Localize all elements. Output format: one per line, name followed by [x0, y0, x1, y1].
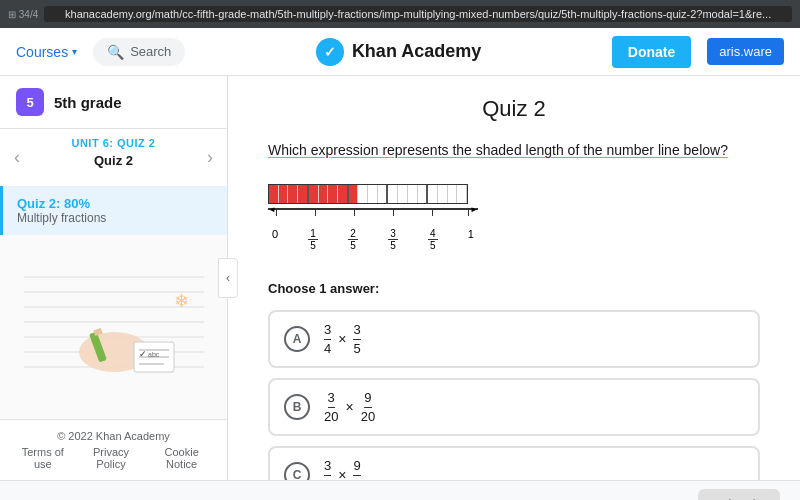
bar-seg-10 — [358, 185, 368, 203]
bar-seg-13 — [388, 185, 398, 203]
browser-bar: ⊞ 34/4 khanacademy.org/math/cc-fifth-gra… — [0, 0, 800, 28]
number-line: ◄ ► 0 15 25 35 45 1 — [268, 174, 760, 261]
sidebar: 5 5th grade ‹ UNIT 6: QUIZ 2 Quiz 2 › Qu… — [0, 76, 228, 480]
bar-seg-18 — [438, 185, 448, 203]
bar-seg-12 — [378, 185, 389, 203]
site-logo: ✓ Khan Academy — [316, 38, 481, 66]
bar-seg-8 — [338, 185, 349, 203]
option-c-math: 34 × 94 — [324, 458, 361, 480]
svg-text:✓: ✓ — [139, 349, 147, 359]
terms-link[interactable]: Terms of use — [14, 446, 72, 470]
frac-a-1: 34 — [324, 322, 331, 356]
content-area: Quiz 2 Which expression represents the s… — [228, 76, 800, 480]
sidebar-nav: ‹ UNIT 6: QUIZ 2 Quiz 2 › — [0, 129, 227, 186]
active-item-title: Quiz 2: 80% — [17, 196, 213, 211]
logo-icon: ✓ — [316, 38, 344, 66]
bar-seg-6 — [319, 185, 329, 203]
url-bar[interactable]: khanacademy.org/math/cc-fifth-grade-math… — [44, 6, 792, 22]
tick-5 — [468, 208, 469, 216]
answer-option-b[interactable]: B 320 × 920 — [268, 378, 760, 436]
bar-seg-17 — [428, 185, 438, 203]
privacy-link[interactable]: Privacy Policy — [80, 446, 143, 470]
bar-seg-16 — [418, 185, 429, 203]
user-badge[interactable]: aris.ware — [707, 38, 784, 65]
bar-seg-5 — [309, 185, 319, 203]
number-line-bar — [268, 184, 468, 204]
sidebar-footer: © 2022 Khan Academy Terms of use Privacy… — [0, 419, 227, 480]
bar-seg-20 — [457, 185, 467, 203]
frac-a-2: 35 — [353, 322, 360, 356]
courses-menu[interactable]: Courses ▾ — [16, 44, 77, 60]
times-b: × — [345, 399, 353, 415]
bar-seg-4 — [298, 185, 309, 203]
chevron-down-icon: ▾ — [72, 46, 77, 57]
main-layout: 5 5th grade ‹ UNIT 6: QUIZ 2 Quiz 2 › Qu… — [0, 76, 800, 480]
bar-seg-7 — [328, 185, 338, 203]
frac-b-1: 320 — [324, 390, 338, 424]
nl-label-1: 15 — [308, 228, 318, 251]
nl-label-2: 25 — [348, 228, 358, 251]
times-a: × — [338, 331, 346, 347]
progress-area: 4 of 5 Check — [583, 489, 780, 501]
check-button[interactable]: Check — [698, 489, 780, 501]
sidebar-header: 5 5th grade — [0, 76, 227, 129]
number-line-labels: 0 15 25 35 45 1 — [268, 228, 478, 251]
bar-seg-19 — [448, 185, 458, 203]
nl-label-0: 0 — [272, 228, 278, 251]
tick-0 — [276, 208, 277, 216]
frac-c-1: 34 — [324, 458, 331, 480]
unit-label: UNIT 6: QUIZ 2 — [71, 137, 155, 149]
search-icon: 🔍 — [107, 44, 124, 60]
choose-label: Choose 1 answer: — [268, 281, 760, 296]
sidebar-toggle[interactable]: ‹ — [218, 258, 238, 298]
answer-option-a[interactable]: A 34 × 35 — [268, 310, 760, 368]
bottom-bar: Report a problem 4 of 5 Check — [0, 480, 800, 500]
nl-label-3: 35 — [388, 228, 398, 251]
nl-label-4: 45 — [428, 228, 438, 251]
ruler-left-arrow: ◄ — [268, 205, 276, 214]
frac-b-2: 920 — [361, 390, 375, 424]
bar-seg-2 — [279, 185, 289, 203]
logo-text: Khan Academy — [352, 41, 481, 62]
option-c-letter: C — [284, 462, 310, 480]
bar-seg-15 — [408, 185, 418, 203]
question-text: Which expression represents the shaded l… — [268, 142, 760, 158]
option-b-letter: B — [284, 394, 310, 420]
bar-seg-14 — [398, 185, 408, 203]
answer-option-c[interactable]: C 34 × 94 — [268, 446, 760, 480]
quiz-label: Quiz 2 — [71, 149, 155, 178]
nav-left-icon[interactable]: ‹ — [14, 147, 20, 168]
svg-text:abc: abc — [148, 351, 160, 358]
illustration-svg: ❄ ✓ abc — [24, 257, 204, 397]
grade-icon: 5 — [16, 88, 44, 116]
bar-seg-9 — [349, 185, 359, 203]
bar-seg-3 — [288, 185, 298, 203]
footer-copyright: © 2022 Khan Academy — [14, 430, 213, 442]
navbar: Courses ▾ 🔍 Search ✓ Khan Academy Donate… — [0, 28, 800, 76]
ruler-container: ◄ ► — [268, 208, 478, 222]
bar-seg-11 — [368, 185, 378, 203]
ruler-right-arrow: ► — [470, 205, 478, 214]
option-b-math: 320 × 920 — [324, 390, 375, 424]
sidebar-title: 5th grade — [54, 94, 122, 111]
tick-2 — [354, 208, 355, 216]
sidebar-illustration: ❄ ✓ abc — [0, 235, 227, 419]
option-a-math: 34 × 35 — [324, 322, 361, 356]
sidebar-active-item[interactable]: Quiz 2: 80% Multiply fractions — [0, 186, 227, 235]
nav-right-icon[interactable]: › — [207, 147, 213, 168]
tick-1 — [315, 208, 316, 216]
times-c: × — [338, 467, 346, 480]
frac-c-2: 94 — [353, 458, 360, 480]
option-a-letter: A — [284, 326, 310, 352]
quiz-title: Quiz 2 — [268, 96, 760, 122]
search-bar[interactable]: 🔍 Search — [93, 38, 185, 66]
svg-text:❄: ❄ — [174, 291, 189, 311]
bar-seg-1 — [269, 185, 279, 203]
nl-label-5: 1 — [468, 228, 474, 251]
footer-links: Terms of use Privacy Policy Cookie Notic… — [14, 446, 213, 470]
donate-button[interactable]: Donate — [612, 36, 691, 68]
courses-label: Courses — [16, 44, 68, 60]
tab-count: ⊞ 34/4 — [8, 9, 38, 20]
cookie-link[interactable]: Cookie Notice — [150, 446, 213, 470]
search-label: Search — [130, 44, 171, 59]
